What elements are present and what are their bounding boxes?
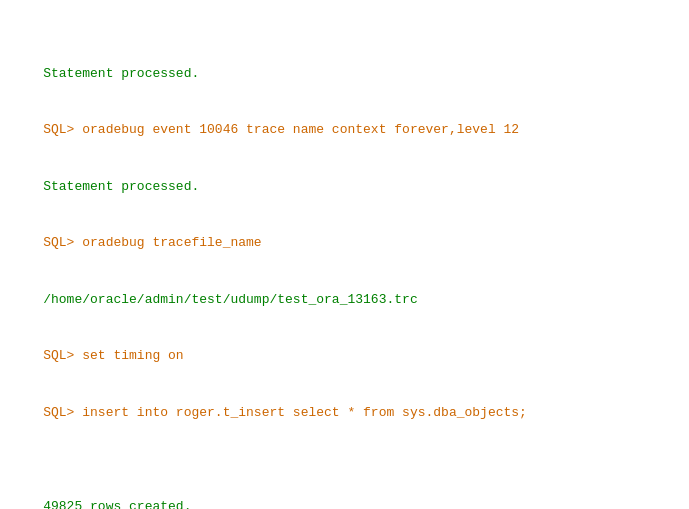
line-oradebug-event: SQL> oradebug event 10046 trace name con… bbox=[43, 122, 519, 137]
line-set-timing: SQL> set timing on bbox=[43, 348, 183, 363]
line-tracefile-path: /home/oracle/admin/test/udump/test_ora_1… bbox=[43, 292, 417, 307]
line-statement-processed-2: Statement processed. bbox=[43, 179, 199, 194]
line-statement-processed-1: Statement processed. bbox=[43, 66, 199, 81]
line-oradebug-tracefile: SQL> oradebug tracefile_name bbox=[43, 235, 261, 250]
line-rows-created: 49825 rows created. bbox=[43, 499, 191, 509]
line-insert-cmd: SQL> insert into roger.t_insert select *… bbox=[43, 405, 527, 420]
terminal-lines: Statement processed. SQL> oradebug event… bbox=[12, 46, 677, 509]
terminal-output: Statement processed. SQL> oradebug event… bbox=[12, 8, 677, 509]
